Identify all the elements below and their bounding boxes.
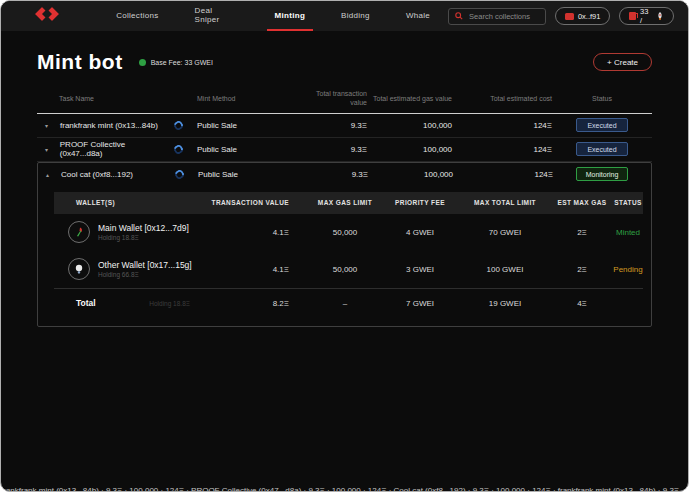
wallet-address-label: 0x..f91 — [578, 12, 601, 21]
nav-item-deal-sniper[interactable]: Deal Sniper — [187, 1, 247, 31]
diamond-logo-icon — [33, 5, 63, 27]
wallet-icon — [565, 13, 574, 20]
mint-method: Public Sale — [198, 170, 303, 179]
chevron-down-icon[interactable]: ▾ — [45, 122, 53, 129]
gas-value: 100,000 — [368, 170, 453, 179]
search-icon — [455, 12, 463, 20]
col-wallet-status: STATUS — [613, 199, 643, 206]
base-fee-label: Base Fee: 33 GWEI — [151, 59, 213, 66]
chevron-up-icon[interactable]: ▴ — [46, 171, 54, 178]
nav-item-collections[interactable]: Collections — [108, 1, 166, 31]
wallet-status-minted: Minted — [613, 228, 643, 237]
total-label: Total — [76, 298, 96, 308]
bulb-avatar-icon — [73, 263, 85, 275]
task-name: Cool cat (0xf8...192) — [61, 170, 133, 179]
total-priority-fee: 7 GWEI — [381, 299, 459, 308]
col-total-estimated-gas-value: Total estimated gas value — [367, 94, 452, 103]
total-est-max-gas: 4Ξ — [551, 299, 613, 308]
task-row-frankfrank-mint[interactable]: ▾ frankfrank mint (0x13...84b) Public Sa… — [37, 114, 652, 137]
wallet-status-pending: Pending — [613, 265, 643, 274]
col-priority-fee: PRIORITY FEE — [381, 199, 459, 206]
wallet-tx-value: 4.1Ξ — [194, 265, 309, 274]
nav-item-whale[interactable]: Whale — [398, 1, 438, 31]
rocket-icon — [656, 12, 664, 21]
wallet-holding: Holding 66.8Ξ — [98, 271, 192, 279]
chevron-down-icon[interactable]: ▾ — [45, 146, 53, 153]
task-name: PROOF Collective (0x47...d8a) — [60, 140, 167, 158]
wallet-max-gas-limit: 50,000 — [309, 228, 381, 237]
task-group: ▾ PROOF Collective (0x47...d8a) Public S… — [37, 138, 652, 162]
total-holding: Holding 18.8Ξ — [149, 300, 190, 307]
wallet-tx-value: 4.1Ξ — [194, 228, 309, 237]
gas-value: 100,000 — [367, 121, 452, 130]
status-badge: Monitoring — [576, 167, 628, 181]
task-group-expanded: ▴ Cool cat (0xf8...192) Public Sale 9.3Ξ… — [37, 162, 652, 327]
col-mint-method: Mint Method — [197, 94, 302, 103]
nav-item-bidding[interactable]: Bidding — [333, 1, 378, 31]
app-logo[interactable] — [31, 6, 64, 26]
total-max-total-limit: 19 GWEI — [459, 299, 551, 308]
base-fee-indicator: Base Fee: 33 GWEI — [139, 59, 213, 66]
parrot-avatar-icon — [73, 226, 85, 238]
col-total-transaction-value: Total transaction value — [302, 89, 367, 108]
status-badge: Executed — [576, 142, 628, 156]
create-task-button[interactable]: + Create — [593, 53, 652, 71]
base-fee-status-dot — [139, 59, 146, 66]
wallet-address-button[interactable]: 0x..f91 — [555, 7, 611, 25]
wallet-est-max-gas: 2Ξ — [551, 228, 613, 237]
wallet-max-gas-limit: 50,000 — [309, 265, 381, 274]
bottom-ticker: frankfrank mint (0x13...84b) · 9.3Ξ · 10… — [1, 486, 688, 491]
wallet-max-total-limit: 100 GWEI — [459, 265, 551, 274]
wallet-row-other-wallet: Other Wallet [0x17...15g] Holding 66.8Ξ … — [54, 251, 643, 288]
wallet-holding: Holding 18.8Ξ — [98, 234, 189, 242]
task-row-proof-collective[interactable]: ▾ PROOF Collective (0x47...d8a) Public S… — [37, 138, 652, 161]
col-task-name: Task Name — [37, 94, 197, 103]
task-name: frankfrank mint (0x13...84b) — [60, 121, 158, 130]
cost: 124Ξ — [453, 170, 553, 179]
wallet-priority-fee: 3 GWEI — [381, 265, 459, 274]
wallet-name: Other Wallet [0x17...15g] — [98, 260, 192, 271]
tx-value: 9.3Ξ — [303, 170, 368, 179]
gas-value: 100,000 — [367, 145, 452, 154]
wallet-table-header: WALLET(S) TRANSACTION VALUE MAX GAS LIMI… — [54, 192, 643, 214]
gas-pump-icon — [629, 12, 636, 20]
wallet-priority-fee: 4 GWEI — [381, 228, 459, 237]
search-box[interactable] — [448, 8, 546, 25]
cost: 124Ξ — [452, 145, 552, 154]
gas-price-label: 33 / — [640, 7, 652, 25]
col-status: Status — [552, 94, 652, 103]
wallet-est-max-gas: 2Ξ — [551, 265, 613, 274]
page-title: Mint bot — [37, 50, 123, 74]
wallet-avatar — [68, 258, 90, 280]
mint-method: Public Sale — [197, 121, 302, 130]
page-header: Mint bot Base Fee: 33 GWEI + Create — [37, 49, 652, 75]
cost: 124Ξ — [452, 121, 552, 130]
loading-spinner-icon — [172, 119, 185, 132]
search-input[interactable] — [467, 11, 539, 22]
task-row-cool-cat[interactable]: ▴ Cool cat (0xf8...192) Public Sale 9.3Ξ… — [38, 163, 651, 186]
wallet-total-row: Total Holding 18.8Ξ 8.2Ξ – 7 GWEI 19 GWE… — [54, 288, 643, 318]
col-total-estimated-cost: Total estimated cost — [452, 94, 552, 103]
tx-value: 9.3Ξ — [302, 145, 367, 154]
task-group: ▾ frankfrank mint (0x13...84b) Public Sa… — [37, 114, 652, 138]
loading-spinner-icon — [172, 143, 184, 155]
task-table-header: Task Name Mint Method Total transaction … — [37, 89, 652, 114]
col-max-gas-limit: MAX GAS LIMIT — [309, 199, 381, 206]
wallet-max-total-limit: 70 GWEI — [459, 228, 551, 237]
wallet-avatar — [68, 221, 90, 243]
col-transaction-value: TRANSACTION VALUE — [194, 199, 309, 206]
nav-item-minting[interactable]: Minting — [267, 1, 314, 31]
tx-value: 9.3Ξ — [302, 121, 367, 130]
total-tx-value: 8.2Ξ — [194, 299, 309, 308]
top-nav: Collections Deal Sniper Minting Bidding … — [1, 1, 688, 31]
wallet-row-main-wallet: Main Wallet [0x12...7d9] Holding 18.8Ξ 4… — [54, 214, 643, 251]
wallet-subtable: WALLET(S) TRANSACTION VALUE MAX GAS LIMI… — [54, 192, 643, 318]
gas-price-button[interactable]: 33 / — [619, 7, 674, 25]
app-window: Collections Deal Sniper Minting Bidding … — [0, 0, 689, 492]
total-max-gas-limit: – — [309, 299, 381, 308]
col-wallets: WALLET(S) — [54, 199, 194, 206]
wallet-name: Main Wallet [0x12...7d9] — [98, 223, 189, 234]
status-badge: Executed — [576, 118, 628, 132]
loading-spinner-icon — [173, 168, 186, 181]
col-est-max-gas: EST MAX GAS — [551, 199, 613, 206]
